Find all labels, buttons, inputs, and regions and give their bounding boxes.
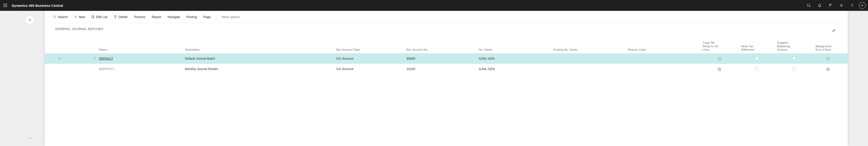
flag-icon [829,3,833,7]
col-background[interactable]: Background Error Check [813,45,843,52]
row-indicator [45,67,97,71]
settings-button[interactable] [836,0,847,11]
svg-point-26 [91,69,91,70]
more-vertical-icon [90,67,93,70]
back-strip [22,16,38,146]
toolbar-report[interactable]: Report [152,15,161,19]
waffle-icon [4,4,7,7]
global-search-button[interactable] [803,0,814,11]
svg-rect-5 [6,5,7,6]
toolbar-divider [216,14,216,20]
svg-point-15 [53,16,55,18]
svg-rect-8 [6,6,7,7]
col-copy-tax[interactable]: Copy Tax Setup to Jnl. Lines [700,41,739,52]
cell-bal-account-type[interactable]: G/L Account [334,67,404,71]
app-title: Dynamics 365 Business Central [12,4,63,7]
flag-button[interactable] [825,0,836,11]
col-bal-account-type[interactable]: Bal. Account Type [334,48,404,52]
cell-allow-tax[interactable] [739,57,775,61]
toolbar-delete[interactable]: Delete [114,15,127,19]
toolbar-edit-list-label: Edit List [96,15,107,19]
cell-no-series[interactable]: GJNL-GEN [476,67,551,71]
cell-name[interactable]: DEFAULT [97,57,183,60]
toolbar-page[interactable]: Page [203,15,211,19]
cell-background[interactable] [813,57,843,61]
toolbar-posting[interactable]: Posting [186,15,197,19]
toolbar-more-options[interactable]: More options [222,15,240,19]
toolbar-search[interactable]: Search [53,15,68,19]
col-no-series[interactable]: No. Series [476,48,551,52]
cell-allow-tax[interactable] [739,67,775,71]
trash-icon [114,15,117,19]
cell-bal-account-type[interactable]: G/L Account [334,57,404,60]
svg-point-24 [91,67,91,68]
svg-rect-7 [5,6,6,7]
action-toolbar: Search New Edit List Delete Process Repo… [53,11,839,23]
question-icon [850,3,854,7]
table: Name Description Bal. Account Type Bal. … [45,36,848,74]
table-row[interactable]: MONTHLY Monthly Journal Entries G/L Acco… [45,64,848,74]
cell-copy-tax[interactable] [700,67,739,71]
svg-point-21 [94,57,95,57]
svg-point-25 [91,68,91,69]
plus-icon [74,15,77,19]
svg-line-10 [809,6,811,7]
cell-suggest[interactable] [775,57,813,61]
help-button[interactable] [847,0,858,11]
col-posting-no-series[interactable]: Posting No. Series [551,48,626,52]
collapse-panel-button[interactable] [831,27,837,34]
col-reason-code[interactable]: Reason Code [626,48,700,52]
cell-bal-account-no[interactable]: 99999 [404,57,476,60]
svg-rect-4 [5,5,6,6]
toolbar-edit-list[interactable]: Edit List [91,15,107,19]
table-row[interactable]: DEFAULT Default Journal Batch G/L Accoun… [45,53,848,64]
cell-background[interactable] [813,67,843,71]
toolbar-navigate[interactable]: Navigate [167,15,180,19]
background-row-indicator [27,135,34,142]
toolbar-new[interactable]: New [74,15,85,19]
svg-rect-0 [4,4,4,4]
back-button[interactable] [25,16,34,24]
avatar-initial: F [862,4,863,7]
col-name[interactable]: Name [97,48,183,52]
top-nav-bar: Dynamics 365 Business Central F [0,0,868,11]
row-indicator [45,57,97,61]
arrow-left-icon [28,18,32,22]
svg-rect-19 [92,16,94,18]
svg-point-23 [94,59,95,59]
cell-suggest[interactable] [775,67,813,71]
toolbar-search-label: Search [58,15,68,19]
svg-rect-2 [6,4,7,4]
user-avatar[interactable]: F [859,2,866,9]
row-menu-button[interactable] [93,57,96,61]
cell-description[interactable]: Default Journal Batch [183,57,334,60]
page-title: GENERAL JOURNAL BATCHES [55,27,103,31]
cell-description[interactable]: Monthly Journal Entries [183,67,334,71]
toolbar-delete-label: Delete [119,15,127,19]
col-description[interactable]: Description [183,48,334,52]
col-suggest[interactable]: Suggest Balancing Amount [775,41,813,52]
search-icon [53,15,56,19]
app-launcher-button[interactable] [0,0,11,11]
svg-line-16 [55,18,56,18]
arrow-right-icon [29,136,32,140]
collapse-icon [832,28,836,33]
svg-rect-3 [4,5,4,6]
bell-icon [817,3,822,7]
toolbar-process[interactable]: Process [134,15,146,19]
svg-point-11 [841,5,842,6]
more-vertical-icon [93,57,96,60]
cell-name[interactable]: MONTHLY [97,67,183,71]
cell-no-series[interactable]: GJNL-GEN [476,57,551,60]
cell-copy-tax[interactable] [700,57,739,61]
svg-point-22 [94,58,95,59]
arrow-right-icon [58,57,61,60]
edit-list-icon [91,15,95,19]
col-allow-tax[interactable]: Allow Tax Difference [739,45,775,52]
svg-rect-6 [4,6,4,7]
cell-bal-account-no[interactable]: 10100 [404,67,476,71]
svg-rect-1 [5,4,6,4]
notifications-button[interactable] [814,0,825,11]
page-panel: Search New Edit List Delete Process Repo… [45,11,848,146]
col-bal-account-no[interactable]: Bal. Account No. [404,48,476,52]
